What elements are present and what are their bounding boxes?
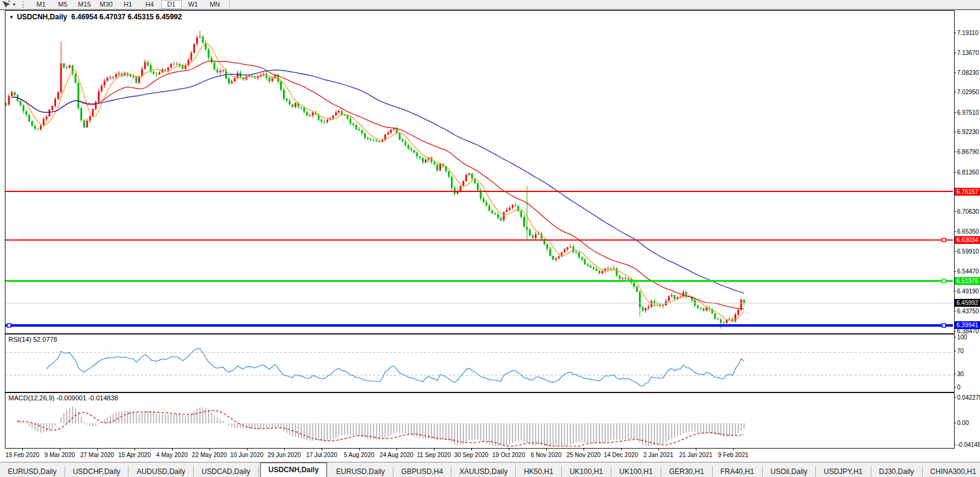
chart-tab-audusd-daily[interactable]: AUDUSD,Daily [129, 466, 194, 477]
date-tick [60, 448, 60, 450]
period-button-w1[interactable]: W1 [183, 0, 203, 9]
period-button-m15[interactable]: M15 [74, 0, 95, 9]
rsi-panel[interactable]: RSI(14) 52.0778 [5, 333, 954, 392]
date-tick [247, 448, 247, 450]
rsi-tick-label: 30 [957, 370, 964, 378]
date-label: 27 Mar 2020 [80, 452, 114, 458]
chart-tab-usdcad-daily[interactable]: USDCAD,Daily [194, 466, 259, 477]
date-tick [658, 448, 659, 450]
price-tick-label: 6.81350 [957, 168, 979, 176]
chart-tab-usdcnh-daily[interactable]: USDCNH,Daily [260, 463, 327, 477]
rsi-value: 52.0778 [33, 336, 57, 343]
price-tick-label: 6.59910 [957, 248, 979, 255]
toolbar-grip[interactable] [22, 1, 25, 8]
macd-tick-label: -0.04148 [957, 441, 980, 449]
chart-tab-eurusd-daily[interactable]: EURUSD,Daily [0, 466, 65, 477]
date-tick [434, 448, 434, 450]
price-tick-label: 7.08230 [957, 69, 979, 77]
toolbar-separator [229, 1, 230, 8]
chart-tab-bar: EURUSD,DailyUSDCHF,DailyAUDUSD,DailyUSDC… [0, 462, 980, 477]
period-button-mn[interactable]: MN [205, 0, 225, 9]
hline-price-box: 6.63034 [955, 236, 980, 244]
timeframe-toolbar: ▼ M1M5M15M30H1H4D1W1MN [0, 0, 980, 10]
date-label: 24 Aug 2020 [380, 452, 413, 458]
date-axis[interactable]: 19 Feb 20209 Mar 202027 Mar 202015 Apr 2… [0, 448, 980, 461]
chart-tab-gbpusd-h4[interactable]: GBPUSD,H4 [393, 466, 451, 477]
macd-signal-value: -0.014838 [88, 394, 118, 402]
date-tick [546, 448, 547, 450]
period-button-m30[interactable]: M30 [96, 0, 116, 9]
price-tick-label: 7.13670 [957, 49, 979, 57]
chart-tab-ger30-h1[interactable]: GER30,H1 [661, 466, 713, 477]
date-tick [284, 448, 285, 450]
macd-panel[interactable]: MACD(12,26,9) -0.009001 -0.014838 [5, 392, 954, 447]
date-tick [696, 448, 696, 450]
crosshair-cursor-icon [2, 1, 11, 8]
period-button-h1[interactable]: H1 [118, 0, 138, 9]
chart-tab-uk100-h1[interactable]: UK100,H1 [611, 466, 661, 477]
price-tick-label: 6.86790 [957, 148, 979, 156]
date-label: 21 Jan 2021 [679, 452, 712, 458]
chart-ohlc-values: 6.46954 6.47037 6.45315 6.45992 [71, 13, 182, 21]
date-tick [509, 448, 509, 450]
period-buttons: M1M5M15M30H1H4D1W1MN [30, 0, 226, 9]
macd-label: MACD(12,26,9) -0.009001 -0.014838 [8, 394, 118, 402]
date-label: 9 Mar 2020 [45, 452, 75, 458]
date-label: 11 Sep 2020 [417, 452, 451, 458]
date-tick [209, 448, 210, 450]
chart-frame: ▼USDCNH,Daily 6.46954 6.47037 6.45315 6.… [5, 10, 955, 449]
current-price-box: 6.45992 [955, 299, 980, 307]
chart-tab-uk100-h1[interactable]: UK100,H1 [562, 466, 611, 477]
date-label: 17 Jul 2020 [306, 452, 337, 458]
date-label: 10 Jun 2020 [230, 452, 263, 458]
hline-price-box: 6.39941 [955, 321, 980, 329]
date-tick [22, 448, 23, 450]
period-button-m5[interactable]: M5 [52, 0, 73, 9]
period-button-d1[interactable]: D1 [161, 0, 182, 9]
rsi-tick-label: 0 [957, 383, 961, 391]
macd-tick-label: 0.042275 [957, 394, 980, 402]
price-tick-label: 6.65350 [957, 228, 979, 235]
date-label: 30 Sep 2020 [454, 452, 489, 458]
price-tick-label: 6.92230 [957, 128, 979, 136]
chart-title-caret-icon[interactable]: ▼ [9, 14, 14, 20]
rsi-tick-label: 100 [957, 333, 967, 341]
date-tick [396, 448, 397, 450]
chart-tab-hk50-h1[interactable]: HK50,H1 [516, 466, 562, 477]
main-chart-panel[interactable]: ▼USDCNH,Daily 6.46954 6.47037 6.45315 6.… [5, 11, 954, 333]
period-button-h4[interactable]: H4 [139, 0, 160, 9]
rsi-plot [5, 335, 953, 392]
chart-tab-xauusd-daily[interactable]: XAUUSD,Daily [451, 466, 516, 477]
price-tick-label: 6.43750 [957, 307, 979, 315]
candlestick-chart [5, 11, 953, 333]
date-tick [584, 448, 584, 450]
cursor-tool-button[interactable]: ▼ [2, 1, 19, 8]
chart-symbol-label: USDCNH,Daily [17, 13, 67, 21]
date-tick [621, 448, 622, 450]
chart-tab-usdjpy-h1[interactable]: USDJPY,H1 [816, 466, 871, 477]
date-tick [471, 448, 472, 450]
price-tick-label: 6.70630 [957, 208, 979, 216]
price-tick-label: 6.97510 [957, 109, 979, 117]
price-tick-label: 7.19110 [957, 29, 978, 37]
date-label: 29 Jun 2020 [267, 452, 301, 458]
chart-tab-usoil-daily[interactable]: USOil,Daily [763, 466, 816, 477]
macd-plot [5, 393, 953, 447]
price-axis[interactable]: 7.191107.136707.082307.029506.975106.922… [955, 0, 980, 448]
date-tick [97, 448, 98, 450]
period-button-m1[interactable]: M1 [31, 0, 51, 9]
chart-tab-dj30-daily[interactable]: DJ30,Daily [871, 466, 923, 477]
chart-tab-china300-h1[interactable]: CHINA300,H1 [923, 466, 980, 477]
cursor-tool-caret-icon[interactable]: ▼ [12, 2, 16, 7]
date-tick [322, 448, 322, 450]
price-tick-label: 6.49190 [957, 287, 979, 295]
date-label: 14 Dec 2020 [604, 452, 638, 458]
date-label: 19 Feb 2020 [5, 452, 39, 458]
chart-tab-fra40-h1[interactable]: FRA40,H1 [713, 466, 763, 477]
date-label: 25 Nov 2020 [567, 452, 601, 458]
chart-tab-eurusd-daily[interactable]: EURUSD,Daily [328, 466, 393, 477]
chart-tab-usdchf-daily[interactable]: USDCHF,Daily [65, 466, 129, 477]
date-tick [733, 448, 734, 450]
rsi-name: RSI(14) [8, 336, 31, 343]
macd-name: MACD(12,26,9) [8, 394, 54, 402]
